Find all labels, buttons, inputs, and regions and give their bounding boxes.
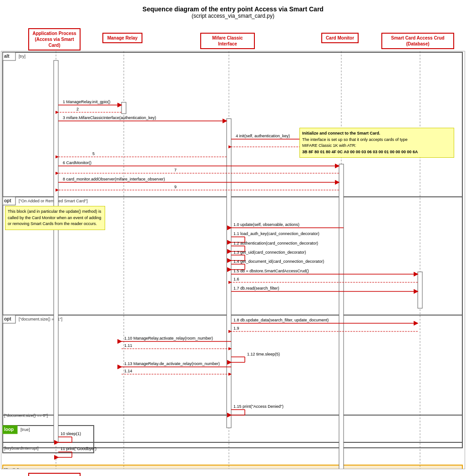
svg-rect-28 <box>339 164 344 469</box>
svg-text:loop: loop <box>4 427 14 432</box>
svg-text:4 init(self, authentication_ke: 4 init(self, authentication_key) <box>236 134 290 138</box>
svg-text:1.9: 1.9 <box>233 326 239 331</box>
lifeline-mifare-header: Mifare Classic Interface <box>200 33 255 49</box>
svg-text:1.1 load_auth_key(card_connect: 1.1 load_auth_key(card_connection_decora… <box>233 231 319 236</box>
svg-text:alt: alt <box>4 54 10 59</box>
svg-text:1.0 update(self, observable, a: 1.0 update(self, observable, actions) <box>233 222 299 227</box>
svg-rect-26 <box>122 102 126 114</box>
svg-text:opt: opt <box>4 198 11 203</box>
svg-text:1.7 db.read(search_filter): 1.7 db.read(search_filter) <box>233 286 279 291</box>
diagram-title: Sequence diagram of the entry point Acce… <box>0 5 466 13</box>
svg-text:8 card_monitor.addObserver(mif: 8 card_monitor.addObserver(mifare_interf… <box>63 177 165 181</box>
svg-rect-25 <box>54 60 58 442</box>
diagram-area: alt [try] opt ["On Added or Removed Smar… <box>1 51 465 469</box>
svg-rect-13 <box>3 315 462 415</box>
svg-text:5: 5 <box>92 151 95 156</box>
svg-text:7: 7 <box>174 168 177 172</box>
svg-text:10 sleep(1): 10 sleep(1) <box>61 431 81 436</box>
svg-text:1.6: 1.6 <box>233 277 239 281</box>
svg-text:[keyboardInterrupt]: [keyboardInterrupt] <box>4 446 39 451</box>
svg-text:1.13 ManageRelay.de_activate_r: 1.13 ManageRelay.de_activate_relay(room_… <box>124 361 220 366</box>
init-note: Initialize and connect to the Smart Card… <box>299 128 454 158</box>
svg-text:1.10 ManageRelay.activate_rela: 1.10 ManageRelay.activate_relay(room_num… <box>124 336 213 341</box>
lifeline-headers: Application Process(Access via Smart Car… <box>0 25 466 51</box>
lifeline-card-header: Card Monitor <box>321 33 359 43</box>
svg-text:["On Added or Removed Smart Ca: ["On Added or Removed Smart Card"] <box>19 199 87 203</box>
svg-text:6 CardMonitor(): 6 CardMonitor() <box>63 160 91 165</box>
svg-text:opt: opt <box>4 316 11 321</box>
svg-rect-9 <box>3 197 462 442</box>
svg-text:9: 9 <box>174 185 177 189</box>
svg-rect-5 <box>3 52 462 448</box>
svg-rect-22 <box>3 465 462 469</box>
lifeline-footers: Application Process(Access via Smart Car… <box>0 469 466 476</box>
svg-text:2: 2 <box>76 107 79 111</box>
svg-text:11 print("Goodbye"): 11 print("Goodbye") <box>61 446 96 451</box>
svg-text:1.8 db.update_data(search_filt: 1.8 db.update_data(search_filter, update… <box>233 318 329 322</box>
svg-text:1.4 get_document_id(card_conne: 1.4 get_document_id(card_connection_deco… <box>233 259 324 264</box>
lifeline-app-footer: Application Process(Access via Smart Car… <box>28 473 81 476</box>
svg-text:1.12 time.sleep(5): 1.12 time.sleep(5) <box>247 352 280 356</box>
svg-text:1.14: 1.14 <box>124 369 132 373</box>
svg-text:1.15 print("Access Denied"): 1.15 print("Access Denied") <box>233 404 284 409</box>
svg-text:3 mifare.MifareClassicInterfac: 3 mifare.MifareClassicInterface(authenti… <box>63 115 156 120</box>
diagram-subtitle: (script access_via_smart_card.py) <box>0 13 466 19</box>
svg-text:1.3 get_uid(card_connection_de: 1.3 get_uid(card_connection_decorator) <box>233 250 306 255</box>
title-block: Sequence diagram of the entry point Acce… <box>0 0 466 22</box>
svg-text:1.5 db = dbstore.SmartCardAcce: 1.5 db = dbstore.SmartCardAccessCrud() <box>233 269 309 273</box>
svg-text:[true]: [true] <box>20 427 30 432</box>
diagram-svg: alt [try] opt ["On Added or Removed Smar… <box>1 51 465 469</box>
lifeline-app-header: Application Process(Access via Smart Car… <box>28 28 81 50</box>
opt-note: This block (and in particular the update… <box>5 206 105 230</box>
svg-text:1.2 authentication(card_connec: 1.2 authentication(card_connection_decor… <box>233 241 318 246</box>
svg-text:1.11: 1.11 <box>124 343 132 348</box>
svg-rect-29 <box>418 272 422 308</box>
svg-rect-27 <box>227 119 231 428</box>
svg-text:["document.size() == 0"]: ["document.size() == 0"] <box>4 413 48 418</box>
svg-text:[try]: [try] <box>19 54 25 59</box>
lifeline-relay-header: Manage Relay <box>102 33 142 43</box>
lifeline-db-header: Smart Card Access Crud (Database) <box>381 33 454 49</box>
svg-text:1 ManageRelay.init_gpio(): 1 ManageRelay.init_gpio() <box>63 100 110 104</box>
page: Sequence diagram of the entry point Acce… <box>0 0 466 476</box>
